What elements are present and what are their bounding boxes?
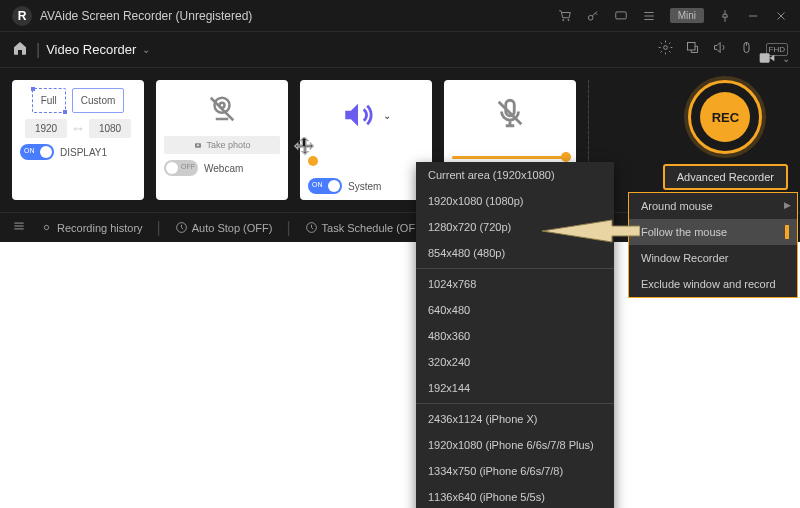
feedback-icon[interactable] (614, 9, 628, 23)
webcam-panel: Take photo OFF Webcam (156, 80, 288, 200)
svg-point-10 (44, 225, 48, 229)
resolution-option[interactable]: 192x144 (416, 375, 614, 401)
export-icon[interactable] (685, 40, 700, 59)
webcam-label: Webcam (204, 163, 243, 174)
settings-icon[interactable] (658, 40, 673, 59)
speaker-toggle[interactable]: ON (308, 178, 342, 194)
custom-area-button[interactable]: Custom (72, 88, 124, 113)
key-icon[interactable] (586, 9, 600, 23)
close-icon[interactable] (774, 9, 788, 23)
chevron-down-icon[interactable]: ⌄ (383, 110, 391, 121)
height-field[interactable]: 1080 (89, 119, 131, 138)
width-field[interactable]: 1920 (25, 119, 67, 138)
sound-icon[interactable] (712, 40, 727, 59)
submenu-item[interactable]: Follow the mouse (629, 219, 797, 245)
mouse-icon[interactable] (739, 40, 754, 59)
swap-icon[interactable] (73, 120, 83, 138)
submenu-item[interactable]: Window Recorder (629, 245, 797, 271)
speaker-panel: ⌄ ON System (300, 80, 432, 200)
display-toggle[interactable]: ON (20, 144, 54, 160)
menu-icon[interactable] (642, 9, 656, 23)
titlebar: R AVAide Screen Recorder (Unregistered) … (0, 0, 800, 32)
chevron-down-icon: ⌄ (142, 44, 150, 55)
take-photo-button[interactable]: Take photo (164, 136, 280, 154)
main-panels: Full Custom 1920 1080 ON DISPLAY1 Take p… (0, 68, 800, 212)
submenu-item[interactable]: Exclude window and record (629, 271, 797, 297)
task-schedule[interactable]: Task Schedule (OFF) (305, 221, 426, 234)
resolution-option[interactable]: 1920x1080 (1080p) (416, 188, 614, 214)
speaker-label: System (348, 181, 381, 192)
display-name: DISPLAY1 (60, 147, 107, 158)
svg-point-8 (197, 144, 199, 146)
home-icon[interactable] (12, 40, 28, 60)
resolution-option[interactable]: 640x480 (416, 297, 614, 323)
mic-slider[interactable] (452, 156, 568, 159)
speaker-icon (341, 98, 375, 132)
mic-off-icon (452, 88, 568, 138)
resolution-option[interactable]: 2436x1124 (iPhone X) (416, 406, 614, 432)
submenu-item[interactable]: Around mouse▶ (629, 193, 797, 219)
webcam-toggle[interactable]: OFF (164, 160, 198, 176)
svg-rect-3 (687, 43, 695, 51)
move-cursor-icon (294, 136, 316, 162)
resolution-option[interactable]: 1024x768 (416, 271, 614, 297)
auto-stop[interactable]: Auto Stop (OFF) (175, 221, 273, 234)
svg-point-0 (588, 15, 593, 20)
chevron-down-icon[interactable]: ⌄ (782, 53, 790, 64)
app-logo: R (12, 6, 32, 26)
pin-icon[interactable] (718, 9, 732, 23)
recording-history[interactable]: Recording history (40, 221, 143, 234)
resolution-option[interactable]: 1136x640 (iPhone 5/5s) (416, 484, 614, 508)
resolution-option[interactable]: 1334x750 (iPhone 6/6s/7/8) (416, 458, 614, 484)
webcam-icon (164, 88, 280, 130)
mode-label: Video Recorder (46, 42, 136, 57)
cart-icon[interactable] (558, 9, 572, 23)
resolution-option[interactable]: 480x360 (416, 323, 614, 349)
record-button[interactable]: REC (688, 80, 762, 154)
minimize-icon[interactable] (746, 9, 760, 23)
mini-button[interactable]: Mini (670, 8, 704, 23)
toolbar: | Video Recorder ⌄ FHD (0, 32, 800, 68)
hamburger-icon[interactable] (12, 219, 26, 237)
camera-icon[interactable] (758, 50, 776, 66)
window-title: AVAide Screen Recorder (Unregistered) (40, 9, 558, 23)
svg-point-2 (663, 46, 667, 50)
resolution-option[interactable]: Current area (1920x1080) (416, 162, 614, 188)
mode-selector[interactable]: Video Recorder ⌄ (46, 42, 150, 57)
full-area-button[interactable]: Full (32, 88, 66, 113)
resolution-option[interactable]: 1920x1080 (iPhone 6/6s/7/8 Plus) (416, 432, 614, 458)
advanced-submenu: Around mouse▶Follow the mouseWindow Reco… (628, 192, 798, 298)
advanced-recorder-button[interactable]: Advanced Recorder (663, 164, 788, 190)
display-panel: Full Custom 1920 1080 ON DISPLAY1 (12, 80, 144, 200)
annotation-arrow (542, 214, 640, 252)
svg-marker-13 (542, 220, 640, 242)
resolution-option[interactable]: 320x240 (416, 349, 614, 375)
record-area: ⌄ REC Advanced Recorder (663, 80, 788, 190)
